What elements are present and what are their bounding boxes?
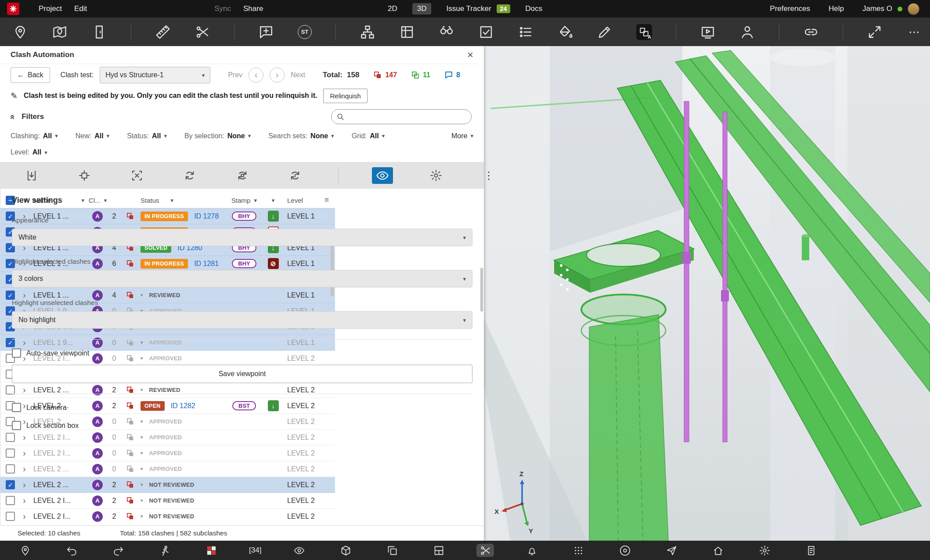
clash-automation-icon[interactable]: A: [636, 24, 652, 40]
filter-level[interactable]: Level: All ▾: [11, 148, 47, 156]
highlight-selected-label: Highlight selected clashes: [12, 258, 472, 266]
appearance-select[interactable]: White ▾: [12, 229, 472, 246]
group-clash-icon[interactable]: [75, 169, 94, 183]
filter-new[interactable]: New:All▾: [76, 132, 109, 140]
back-button[interactable]: ←Back: [11, 67, 50, 83]
inspect-icon[interactable]: [616, 544, 634, 557]
new-window-icon[interactable]: [867, 24, 883, 40]
cycle-clashes-icon[interactable]: [180, 169, 199, 183]
frame-indicator[interactable]: [34]: [249, 544, 261, 557]
wall-panel-icon[interactable]: [91, 24, 107, 40]
clash-settings-icon[interactable]: [426, 169, 446, 183]
edit-notice-row: ✎ Clash test is being edited by you. Onl…: [0, 86, 484, 105]
add-comment-icon[interactable]: [258, 24, 274, 40]
appearance-paint-icon[interactable]: [557, 24, 573, 40]
close-panel-icon[interactable]: ×: [467, 50, 473, 60]
redo-icon[interactable]: [109, 544, 127, 557]
chevron-down-icon: ▾: [44, 150, 47, 155]
viewport-3d[interactable]: Z X Y: [484, 46, 930, 541]
filter-search-sets[interactable]: Search sets:None▾: [268, 132, 334, 140]
app-logo[interactable]: [7, 3, 19, 15]
assign-clash-icon[interactable]: [22, 169, 41, 183]
highlight-unselected-select[interactable]: No highlight ▾: [12, 311, 472, 329]
report-icon[interactable]: [802, 544, 820, 557]
chevron-down-icon: ▾: [248, 133, 251, 139]
map-location-icon[interactable]: [52, 24, 68, 40]
overflow-menu-icon[interactable]: ⋯: [906, 24, 922, 40]
link-icon[interactable]: [803, 24, 819, 40]
share-view-icon[interactable]: [663, 544, 680, 557]
markup-approve-icon[interactable]: [478, 24, 494, 40]
markup-pen-icon[interactable]: [597, 24, 613, 40]
lock-section-checkbox[interactable]: [12, 421, 21, 430]
save-viewpoint-button[interactable]: Save viewpoint: [12, 365, 472, 383]
section-analysis-icon[interactable]: [195, 24, 210, 40]
next-clash-button[interactable]: ›: [270, 68, 285, 83]
highlight-selected-select[interactable]: 3 colors ▾: [12, 270, 472, 287]
measure-icon[interactable]: [155, 24, 171, 40]
filter-status[interactable]: Status:All▾: [127, 132, 167, 140]
filter-label: Grid:: [352, 132, 367, 140]
walk-mode-icon[interactable]: [156, 544, 173, 557]
total-label: Total:: [323, 71, 342, 79]
menu-docs[interactable]: Docs: [525, 4, 542, 13]
autosave-viewpoint-checkbox[interactable]: [12, 348, 21, 358]
comment-count-indicator: 8: [444, 71, 460, 79]
clash-test-select[interactable]: Hyd vs Structure-1 ▾: [100, 67, 210, 83]
menu-share[interactable]: Share: [243, 4, 263, 13]
prev-clash-button[interactable]: ‹: [249, 68, 263, 83]
chevron-down-icon: ▾: [107, 133, 110, 139]
pencil-icon: ✎: [11, 91, 18, 101]
relinquish-button[interactable]: Relinquish: [323, 89, 367, 103]
alert-icon[interactable]: [523, 544, 541, 557]
selected-count-text: Selected: 10 clashes: [18, 529, 80, 537]
split-view-icon[interactable]: [430, 544, 447, 557]
filter-grid[interactable]: Grid:All▾: [352, 132, 385, 140]
stamp-icon[interactable]: ST: [298, 25, 312, 39]
filters-title: Filters: [22, 112, 44, 121]
locate-icon[interactable]: [16, 544, 34, 557]
undo-icon[interactable]: [63, 544, 80, 557]
collapse-filters-icon[interactable]: «: [8, 114, 18, 119]
people-icon[interactable]: [739, 24, 755, 40]
refresh-view-icon[interactable]: [285, 169, 305, 183]
search-icon: [336, 113, 344, 121]
video-walkthrough-icon[interactable]: [700, 24, 716, 40]
edit-notice-text: Clash test is being edited by you. Only …: [24, 92, 317, 100]
home-view-icon[interactable]: [709, 544, 727, 557]
snap-grid-icon[interactable]: [570, 544, 587, 557]
filter-more[interactable]: More▾: [451, 132, 473, 140]
model-browser-icon[interactable]: [360, 24, 375, 40]
clash-list-icon[interactable]: [518, 24, 533, 40]
appearance-value: White: [18, 233, 36, 241]
compare-icon[interactable]: [383, 544, 401, 557]
swap-clash-icon[interactable]: [233, 169, 252, 183]
search-sets-icon[interactable]: [439, 24, 454, 40]
mode-2d-button[interactable]: 2D: [388, 4, 397, 13]
visibility-icon[interactable]: [290, 544, 308, 557]
more-actions-icon[interactable]: ⋮: [479, 169, 498, 183]
render-settings-icon[interactable]: [756, 544, 773, 557]
mode-3d-button[interactable]: 3D: [412, 3, 432, 14]
filter-clashing[interactable]: Clashing:All▾: [11, 132, 58, 140]
menu-preferences[interactable]: Preferences: [770, 4, 810, 13]
section-cut-icon[interactable]: [476, 544, 494, 557]
lock-camera-checkbox[interactable]: [12, 403, 21, 412]
filter-by-selection[interactable]: By selection:None▾: [184, 132, 251, 140]
menu-issue-tracker[interactable]: Issue Tracker: [447, 4, 491, 13]
isolate-clash-icon[interactable]: [127, 169, 147, 183]
section-box-icon[interactable]: [337, 544, 354, 557]
online-status-dot: [898, 7, 902, 11]
user-menu[interactable]: James O: [862, 3, 919, 15]
view-settings-icon[interactable]: [372, 167, 393, 184]
clash-detective-icon[interactable]: [202, 544, 220, 557]
sheet-list-icon[interactable]: [399, 24, 415, 40]
location-icon[interactable]: [12, 24, 28, 40]
user-avatar[interactable]: [908, 3, 919, 15]
menu-project[interactable]: Project: [39, 4, 62, 13]
lock-camera-label: Lock camera: [26, 404, 67, 412]
panel-scrollbar[interactable]: [480, 268, 483, 312]
filter-search-input[interactable]: [347, 113, 466, 121]
menu-edit[interactable]: Edit: [74, 4, 87, 13]
menu-help[interactable]: Help: [829, 4, 844, 13]
